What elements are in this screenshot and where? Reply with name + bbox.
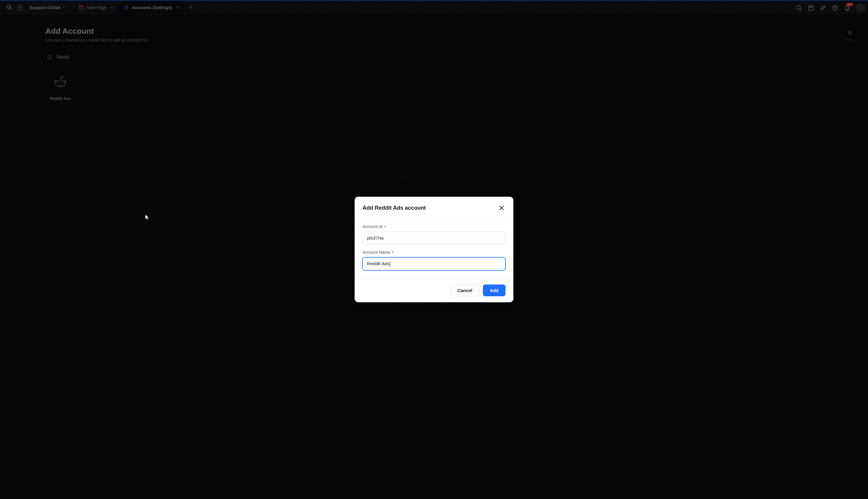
- modal-title: Add Reddit Ads account: [362, 205, 426, 211]
- required-icon: ●: [384, 225, 386, 228]
- account-id-input[interactable]: pls37rta: [362, 232, 506, 244]
- cancel-button[interactable]: Cancel: [450, 284, 479, 296]
- account-name-value: Reddit Ads: [367, 261, 390, 266]
- text-caret: [390, 261, 390, 267]
- required-icon: ●: [392, 251, 394, 254]
- add-reddit-ads-modal: Add Reddit Ads account Account Id● pls37…: [354, 197, 514, 302]
- account-name-input[interactable]: Reddit Ads: [362, 257, 506, 270]
- account-id-value: pls37rta: [367, 235, 384, 241]
- account-name-label: Account Name●: [362, 250, 506, 255]
- account-id-label: Account Id●: [362, 224, 506, 229]
- modal-close-button[interactable]: [498, 204, 506, 212]
- add-button[interactable]: Add: [483, 284, 506, 296]
